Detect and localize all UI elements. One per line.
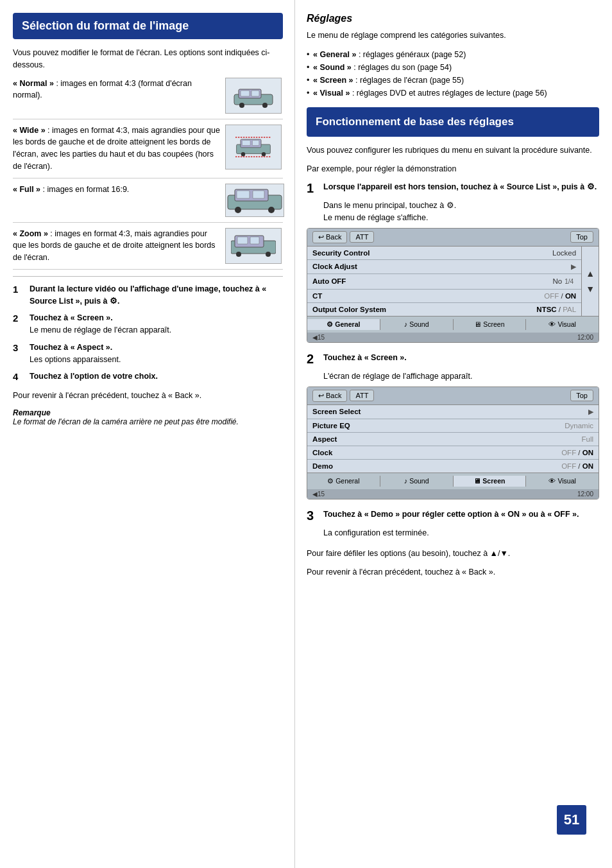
right-column-inner: Réglages Le menu de réglage comprend les… [307,13,599,847]
ui-row-color-value: NTSC / PAL [536,306,576,313]
svg-point-17 [268,207,275,213]
back-button-2[interactable]: Back [312,390,347,402]
ui-row-screen-select-arrow: ▶ [588,408,593,416]
left-step-1-num: 1 [13,282,26,297]
format-row-wide: « Wide » : images en format 4:3, mais ag… [13,125,283,178]
ui-row-screen-select[interactable]: Screen Select ▶ [307,405,599,419]
ui-row-clock-adjust[interactable]: Clock Adjust ▶ [307,260,581,274]
left-step-1: 1 Durant la lecture vidéo ou l'affichage… [13,283,283,308]
tab-visual-label-2: Visual [557,477,575,485]
left-back-note: Pour revenir à l'écran précédent, touche… [13,390,283,402]
tab-screen-1[interactable]: 🖥 Screen [454,319,527,330]
tab-visual-2[interactable]: 👁 Visual [526,476,599,487]
scroll-up-1[interactable]: ▲ [586,268,595,279]
right-section1-title: Réglages [307,13,599,24]
tab-general-label-1: General [335,320,360,328]
ui-panel-1-rows-area: Security Control Locked Clock Adjust ▶ A… [307,247,599,316]
top-button-2[interactable]: Top [570,390,593,401]
clock-on: ON [582,449,593,456]
ui-row-aspect: Aspect Full [307,433,599,446]
ui-panel-1-footer: ⚙ General ♪ Sound 🖥 Screen 👁 Visual [307,316,599,333]
svg-rect-4 [241,91,250,96]
right-step-1-num: 1 [307,181,323,196]
car-image-wide [225,125,282,169]
left-section-title: Sélection du format de l'image [13,13,283,39]
tab-visual-1[interactable]: 👁 Visual [526,319,599,330]
ui-row-clock-arrow: ▶ [571,263,576,271]
visual-icon-1: 👁 [548,320,556,328]
svg-rect-5 [251,91,259,96]
format-label-normal: « Normal » [13,79,54,88]
svg-point-23 [266,252,271,257]
svg-point-2 [239,103,244,108]
ui-panel-2-header: Back ATT Top [307,387,599,405]
format-desc-full: : images en format 16:9. [40,185,129,194]
left-step-3-bold: Touchez à « Aspect ». [30,343,112,352]
svg-rect-25 [250,237,259,244]
left-step-2-content: Touchez à « Screen ». Le menu de réglage… [30,312,283,336]
format-label-zoom: « Zoom » [13,229,48,238]
right-step-3-num: 3 [307,508,323,523]
left-step-2-bold: Touchez à « Screen ». [30,313,113,322]
right-step-2-header: 2 Touchez à « Screen ». [307,352,599,367]
left-intro: Vous pouvez modifier le format de l'écra… [13,47,283,71]
tab-general-1[interactable]: ⚙ General [307,319,380,330]
tab-sound-2[interactable]: ♪ Sound [380,476,454,487]
right-section2-intro: Vous pouvez configurer les rubriques du … [307,144,599,157]
sound-icon-1: ♪ [404,320,408,328]
ui-panel-2-bottom: ◀15 12:00 [307,489,599,499]
ui-row-picture-eq-value: Dynamic [565,422,593,430]
car-svg-normal [231,83,276,108]
format-label-wide: « Wide » [13,126,46,135]
ui-row-demo: Demo OFF / ON [307,460,599,473]
left-divider [13,276,283,277]
att-button-2[interactable]: ATT [350,390,374,401]
scroll-buttons-1[interactable]: ▲ ▼ [581,247,599,316]
format-row-full: « Full » : images en format 16:9. [13,184,283,223]
example-label: Par exemple, pour régler la démonstratio… [307,163,599,175]
ui-page-indicator-1: 1/4 [562,277,576,286]
note-block: Remarque Le format de l'écran de la camé… [13,408,283,426]
left-column: Sélection du format de l'image Vous pouv… [0,0,295,868]
sound-icon-2: ♪ [404,477,408,485]
ui-row-ct: CT OFF / ON [307,290,581,303]
tab-screen-label-1: Screen [483,320,504,328]
left-step-3-num: 3 [13,341,26,356]
right-step-2-bold: Touchez à « Screen ». [323,353,407,362]
format-row-zoom: « Zoom » : images en format 4:3, mais ag… [13,228,283,270]
ui-panel-2-footer: ⚙ General ♪ Sound 🖥 Screen 👁 Visual [307,473,599,489]
att-button-1[interactable]: ATT [350,231,374,243]
car-image-full [225,184,284,217]
tab-screen-2[interactable]: 🖥 Screen [454,476,527,487]
after-step3-line2: Pour revenir à l'écran précédent, touche… [307,566,599,578]
tab-sound-label-2: Sound [409,477,429,485]
right-step-1-text: Lorsque l'appareil est hors tension, tou… [323,181,597,193]
bullet-item-2: « Screen » : réglages de l'écran (page 5… [307,74,599,87]
top-button-1[interactable]: Top [570,231,593,243]
time-indicator-2: 12:00 [577,490,593,498]
left-step-2: 2 Touchez à « Screen ». Le menu de régla… [13,312,283,336]
color-ntsc: NTSC [536,306,556,313]
tab-visual-label-1: Visual [557,320,575,328]
ui-row-ct-value: OFF / ON [544,292,576,300]
format-text-full: « Full » : images en format 16:9. [13,184,225,196]
right-step-3: 3 Touchez à « Demo » pour régler cette o… [307,508,599,539]
tab-general-2[interactable]: ⚙ General [307,476,380,487]
svg-point-3 [262,103,268,108]
ui-row-demo-value: OFF / ON [561,462,593,470]
ui-row-security-label: Security Control [312,249,552,257]
ui-row-ct-label: CT [312,292,544,300]
note-label: Remarque [13,408,51,417]
right-step-1-header: 1 Lorsque l'appareil est hors tension, t… [307,181,599,196]
right-step-1-sub: Dans le menu principal, touchez à ⚙. Le … [323,200,599,224]
left-step-1-content: Durant la lecture vidéo ou l'affichage d… [30,283,283,308]
left-step-3-content: Touchez à « Aspect ». Les options appara… [30,342,283,366]
right-column: Réglages Le menu de réglage comprend les… [295,0,612,868]
back-button-1[interactable]: Back [312,231,347,243]
ui-panel-1-bottom: ◀15 12:00 [307,333,599,342]
visual-icon-2: 👁 [548,477,556,485]
car-svg-wide [231,134,276,160]
svg-point-8 [241,152,245,156]
scroll-down-1[interactable]: ▼ [586,284,595,294]
tab-sound-1[interactable]: ♪ Sound [380,319,454,330]
